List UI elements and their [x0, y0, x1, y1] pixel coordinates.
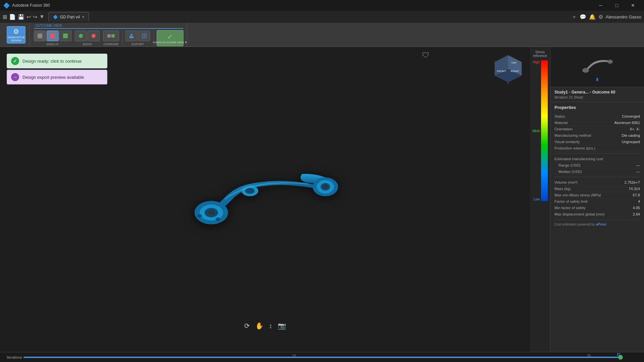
fos-limit-value: 4 [638, 199, 640, 203]
model-svg [184, 147, 345, 241]
tick-21: 21 [617, 353, 621, 356]
fos-limit-label: Factor of safety limit [554, 199, 638, 203]
notif-icon-2: → [11, 73, 19, 81]
study-info: Study1 - Genera... - Outcome 60 Iteratio… [550, 87, 644, 102]
new-tab-icon[interactable]: ＋ [572, 13, 577, 20]
apriori-label: aPriori [596, 223, 606, 226]
shield-icon: 🛡 [422, 51, 429, 60]
tab-close-icon[interactable]: ✕ [82, 15, 85, 19]
notification-2[interactable]: → Design export preview available [7, 70, 107, 84]
range-value: — [636, 163, 640, 167]
tab-gd-part[interactable]: 🔷 GD Part v4 ✕ [49, 12, 89, 21]
tick-20: 20 [587, 354, 591, 358]
app-title-text: Autodesk Fusion 360 [12, 3, 50, 8]
titlebar: 🔷 Autodesk Fusion 360 ─ □ ✕ [0, 0, 644, 11]
material-label: Material [554, 121, 614, 125]
svg-point-33 [607, 60, 613, 64]
display-label: DISPLAY [46, 43, 59, 46]
svg-marker-8 [130, 34, 133, 36]
orientation-value: X+, X- [630, 127, 640, 131]
viewcube[interactable]: TOP RIGHT FRONT Z [493, 54, 523, 84]
maximize-button[interactable]: □ [609, 0, 625, 11]
low-label: Low [533, 197, 539, 201]
properties-title: Properties [554, 105, 640, 110]
manufacturing-value: Die casting [622, 133, 640, 137]
svg-text:RIGHT: RIGHT [511, 70, 519, 73]
median-label: Median (USD) [554, 170, 636, 174]
undo-icon[interactable]: ↩ [26, 14, 31, 20]
est-cost-label: Estimated manufacturing cost [554, 157, 640, 161]
prop-visual-similarity: Visual similarity Ungrouped [554, 139, 640, 145]
mass-value: 74.314 [629, 187, 640, 191]
divider-1 [554, 154, 640, 154]
close-button[interactable]: ✕ [625, 0, 641, 11]
svg-rect-1 [50, 34, 55, 38]
app-icon: 🔷 [3, 2, 10, 9]
svg-rect-0 [38, 34, 42, 38]
stress-value: 67.8 [633, 193, 640, 197]
prop-range: Range (USD) — [554, 162, 640, 169]
display-btn-1[interactable] [34, 31, 46, 41]
iterations-track[interactable]: 10 20 21 [23, 357, 621, 358]
svg-point-15 [208, 210, 215, 215]
show-btn-2[interactable] [88, 31, 100, 41]
export-btn-1[interactable] [125, 31, 138, 41]
prop-status: Status Converged [554, 113, 640, 120]
fos-min-label: Min factor of safety [554, 206, 633, 210]
tab-label: GD Part v4 [60, 15, 80, 19]
window-controls: ─ □ ✕ [593, 0, 641, 11]
compare-label: COMPARE [104, 43, 119, 46]
compare-btn[interactable] [103, 31, 119, 41]
zoom-icon[interactable]: ↕ [269, 322, 272, 330]
export-label: EXPORT [132, 43, 144, 46]
orbit-icon[interactable]: ⟳ [244, 322, 250, 330]
outcome-view-label: OUTCOME VIEW [34, 23, 183, 29]
notification-1[interactable]: ✓ Design ready: click to continue [7, 54, 107, 68]
camera-icon[interactable]: 📷 [278, 322, 286, 330]
svg-point-22 [197, 214, 202, 218]
iterations-label: Iterations [7, 355, 22, 359]
export-btn-2[interactable] [138, 31, 150, 41]
canvas-area[interactable]: 🛡 ✓ Design ready: click to continue → De… [0, 47, 530, 352]
prod-vol-label: Production volume (pcs.) [554, 146, 640, 150]
svg-rect-6 [111, 34, 115, 38]
iterations-fill [23, 357, 621, 358]
pan-icon[interactable]: ✋ [255, 322, 264, 330]
toolbar-gd-section: ⚙ GENERATIVEDESIGN [3, 23, 30, 47]
iterations-bar: Iterations 10 20 21 [0, 352, 644, 362]
prop-orientation: Orientation X+, X- [554, 126, 640, 132]
person-icon: 👤 [595, 78, 599, 81]
svg-rect-5 [107, 34, 111, 38]
properties-section: Properties Status Converged Material Alu… [550, 102, 644, 229]
svg-point-21 [245, 188, 255, 194]
notification-icon[interactable]: 🔔 [589, 14, 596, 20]
prop-stress: Max von Mises stress (MPa) 67.8 [554, 192, 640, 198]
finish-outcome-btn[interactable]: ✓ FINISH OUTCOME VIEW ▼ [157, 30, 183, 46]
displacement-value: 2.64 [633, 212, 640, 216]
chat-icon[interactable]: 💬 [580, 14, 586, 20]
status-value: Converged [622, 114, 640, 118]
file-icon[interactable]: 📄 [9, 14, 16, 20]
svg-text:FRONT: FRONT [497, 70, 506, 73]
study-title: Study1 - Genera... - Outcome 60 [554, 90, 640, 95]
notification-bar: ✓ Design ready: click to continue → Desi… [7, 54, 107, 84]
save-icon[interactable]: 💾 [18, 14, 24, 20]
display-btn-3[interactable] [59, 31, 71, 41]
show-btn-1[interactable] [75, 31, 87, 41]
minimize-button[interactable]: ─ [593, 0, 608, 11]
prop-mass: Mass (kg) 74.314 [554, 186, 640, 192]
generative-design-button[interactable]: ⚙ GENERATIVEDESIGN [7, 26, 25, 44]
settings-icon[interactable]: ⚙ [598, 14, 603, 20]
svg-point-32 [582, 68, 589, 73]
visual-sim-label: Visual similarity [554, 140, 622, 144]
redo-icon[interactable]: ↪ [33, 14, 37, 20]
manufacturing-label: Manufacturing method [554, 133, 622, 137]
notif-icon-1: ✓ [11, 57, 19, 65]
stress-reference-bar: Stress reference High Ideal Low [530, 47, 550, 352]
prop-median: Median (USD) — [554, 169, 640, 175]
3d-model [184, 147, 345, 242]
grid-icon[interactable]: ⊞ [3, 14, 7, 20]
prop-est-cost: Estimated manufacturing cost [554, 156, 640, 162]
display-btn-2[interactable] [47, 31, 59, 41]
arrow-icon[interactable]: ▼ [39, 14, 45, 20]
